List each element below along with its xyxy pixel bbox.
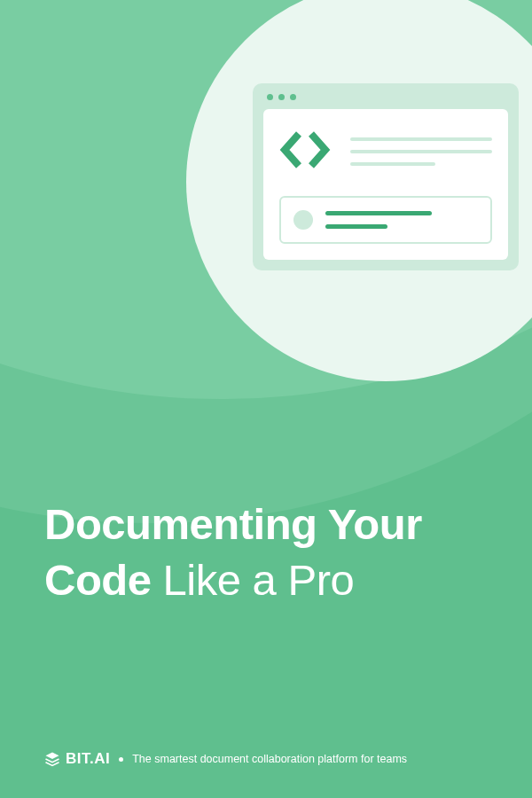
app-window-illustration	[253, 83, 519, 270]
brand-name: BIT.AI	[66, 750, 110, 768]
code-icon	[279, 129, 331, 171]
tagline: The smartest document collaboration plat…	[132, 753, 407, 765]
brand-logo: BIT.AI	[44, 750, 110, 768]
content-block-icon	[279, 196, 492, 244]
footer: BIT.AI The smartest document collaborati…	[44, 750, 497, 768]
separator-dot-icon	[119, 757, 123, 762]
window-controls-icon	[263, 94, 508, 100]
stack-icon	[44, 751, 60, 767]
text-lines-icon	[350, 134, 492, 166]
headline-light: Like a Pro	[152, 556, 355, 604]
page-headline: Documenting Your Code Like a Pro	[44, 497, 479, 607]
